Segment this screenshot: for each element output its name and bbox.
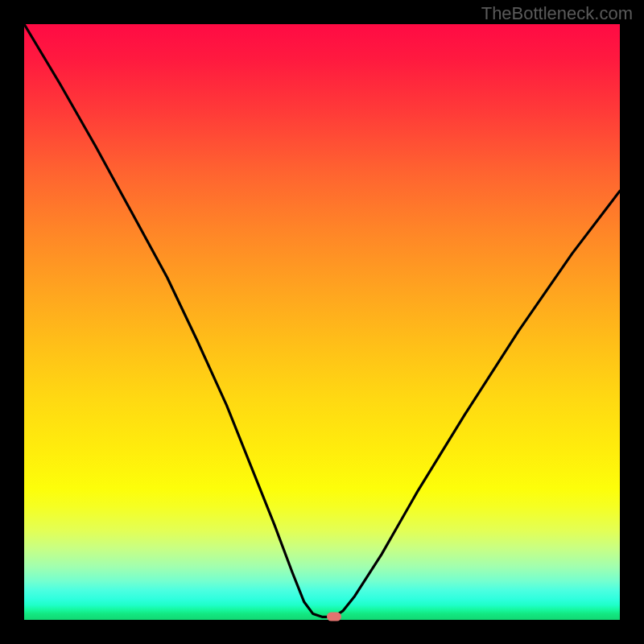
bottleneck-curve-line [24, 24, 620, 617]
watermark-text: TheBottleneck.com [481, 3, 633, 24]
minimum-marker [327, 613, 341, 621]
chart-curve-svg [24, 24, 620, 620]
chart-plot-area [24, 24, 620, 620]
